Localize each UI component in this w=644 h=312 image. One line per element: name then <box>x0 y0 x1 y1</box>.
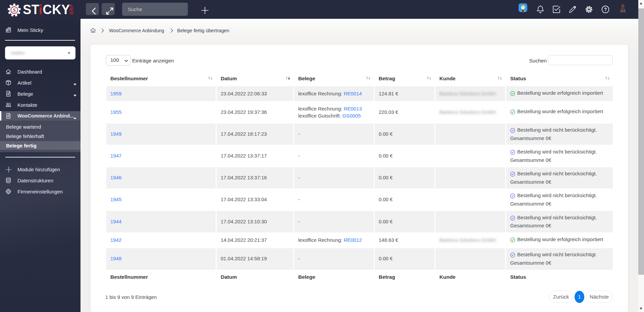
svg-text:ST: ST <box>23 2 40 17</box>
svg-text:★★★: ★★★ <box>620 10 626 13</box>
svg-text:?: ? <box>604 7 607 12</box>
svg-text:ERP: ERP <box>69 4 74 14</box>
svg-text:S: S <box>13 7 16 13</box>
svg-text:CKY: CKY <box>43 2 70 17</box>
